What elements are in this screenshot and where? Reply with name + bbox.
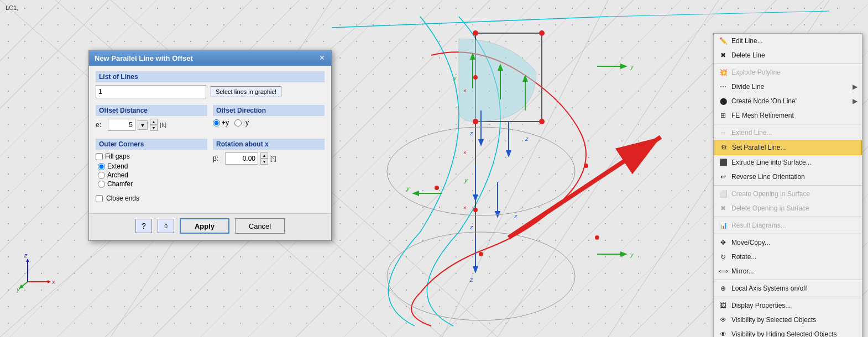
dialog-close-button[interactable]: × — [318, 54, 326, 62]
menu-item-fe-mesh[interactable]: ⊞FE Mesh Refinement — [714, 108, 862, 123]
svg-point-58 — [387, 232, 575, 320]
svg-text:z: z — [525, 135, 529, 142]
menu-item-mirror[interactable]: ⟺Mirror... — [714, 264, 862, 278]
offset-dropdown-icon[interactable]: ▼ — [138, 120, 148, 130]
separator-separator7 — [714, 297, 862, 297]
menu-item-create-node[interactable]: ⬤Create Node 'On Line'▶ — [714, 94, 862, 108]
separator-separator4 — [714, 217, 862, 217]
menu-label-set-parallel: Set Parallel Line... — [732, 144, 786, 151]
menu-item-delete-line[interactable]: ✖Delete Line — [714, 48, 862, 62]
menu-item-move-copy[interactable]: ✥Move/Copy... — [714, 235, 862, 250]
offset-spinner[interactable]: ▲ ▼ — [150, 119, 158, 131]
menu-label-fe-mesh: FE Mesh Refinement — [731, 112, 794, 119]
menu-label-delete-line: Delete Line — [731, 51, 765, 59]
menu-item-rotate[interactable]: ↻Rotate... — [714, 250, 862, 264]
dialog-footer: ? 0̄ Apply Cancel — [89, 213, 331, 240]
menu-item-edit-line[interactable]: ✏️Edit Line... — [714, 34, 862, 48]
extend-label: Extend — [107, 162, 128, 170]
separator-separator3 — [714, 185, 862, 186]
menu-label-delete-opening: Delete Opening in Surface — [731, 204, 809, 212]
select-lines-button[interactable]: Select lines in graphic! — [211, 86, 281, 97]
close-ends-label: Close ends — [106, 194, 139, 202]
reverse-icon: ↩ — [718, 172, 728, 182]
menu-item-local-axis[interactable]: ⊕Local Axis Systems on/off — [714, 281, 862, 296]
extend-icon: ↔ — [718, 128, 728, 138]
outer-corners-col: Outer Corners Fill gaps Extend Arched Ch… — [96, 139, 207, 189]
menu-label-visibility-hiding: Visibility by Hiding Selected Objects — [731, 330, 837, 337]
menu-label-explode-polyline: Explode Polyline — [731, 69, 781, 76]
svg-marker-49 — [412, 191, 419, 196]
context-menu: ✏️Edit Line...✖Delete Line💥Explode Polyl… — [713, 33, 862, 337]
corners-rotation-section: Outer Corners Fill gaps Extend Arched Ch… — [96, 139, 325, 189]
svg-point-35 — [435, 186, 439, 190]
rotation-value-input[interactable] — [225, 152, 258, 165]
menu-item-divide-line[interactable]: ⋯Divide Line▶ — [714, 80, 862, 94]
menu-label-mirror: Mirror... — [731, 267, 754, 275]
svg-text:z: z — [24, 252, 28, 259]
radio-plus-y[interactable]: +y — [213, 119, 229, 127]
svg-text:y: y — [453, 75, 457, 81]
list-of-lines-header: List of Lines — [96, 71, 325, 82]
svg-line-60 — [608, 11, 829, 17]
radio-plus-y-label: +y — [222, 119, 229, 127]
rotation-spinner[interactable]: ▲ ▼ — [260, 152, 268, 165]
offset-e-label: e: — [96, 121, 106, 129]
menu-item-visibility-selected[interactable]: 👁Visibility by Selected Objects — [714, 313, 862, 327]
rotation-spinner-up[interactable]: ▲ — [260, 152, 268, 159]
menu-label-move-copy: Move/Copy... — [731, 239, 770, 246]
parallel-icon: ⚙ — [719, 143, 729, 152]
menu-item-reverse-orient[interactable]: ↩Reverse Line Orientation — [714, 170, 862, 184]
svg-text:y: y — [630, 64, 634, 70]
move-icon: ✥ — [718, 238, 728, 248]
menu-item-create-opening: ⬜Create Opening in Surface — [714, 187, 862, 201]
arched-radio[interactable] — [98, 172, 105, 179]
menu-label-divide-line: Divide Line — [731, 83, 764, 91]
reset-button[interactable]: 0̄ — [158, 219, 174, 233]
menu-label-reverse-orient: Reverse Line Orientation — [731, 173, 805, 181]
apply-button[interactable]: Apply — [180, 218, 229, 234]
menu-label-local-axis: Local Axis Systems on/off — [731, 285, 807, 292]
axis-icon: ⊕ — [718, 283, 728, 293]
menu-label-rotate: Rotate... — [731, 253, 756, 261]
svg-text:z: z — [514, 213, 517, 219]
list-of-lines-input[interactable] — [96, 85, 206, 98]
rotation-spinner-down[interactable]: ▼ — [260, 159, 268, 165]
svg-marker-27 — [473, 266, 478, 273]
outer-corners-header: Outer Corners — [96, 139, 207, 150]
chamfer-row: Chamfer — [96, 180, 207, 188]
extend-radio[interactable] — [98, 163, 105, 170]
offset-distance-header: Offset Distance — [96, 105, 207, 116]
menu-item-extrude-line[interactable]: ⬛Extrude Line into Surface... — [714, 155, 862, 170]
offset-unit-label: [ft] — [160, 122, 166, 128]
fill-gaps-checkbox[interactable] — [96, 153, 103, 160]
menu-label-extend-line: Extend Line... — [731, 129, 772, 136]
help-button[interactable]: ? — [135, 219, 152, 233]
menu-item-visibility-hiding[interactable]: 👁Visibility by Hiding Selected Objects — [714, 327, 862, 337]
dialog-title: New Parallel Line with Offset — [95, 54, 193, 62]
menu-item-set-parallel[interactable]: ⚙Set Parallel Line... — [714, 140, 862, 155]
offset-value-input[interactable] — [108, 119, 135, 131]
del-opening-icon: ✖ — [718, 203, 728, 213]
edit-icon: ✏️ — [718, 36, 728, 46]
cancel-button[interactable]: Cancel — [235, 218, 285, 234]
dialog-parallel-line: New Parallel Line with Offset × List of … — [88, 50, 332, 241]
offset-distance-col: Offset Distance e: ▼ ▲ ▼ [ft] — [96, 105, 207, 133]
radio-minus-y-input[interactable] — [234, 119, 242, 127]
radio-minus-y[interactable]: -y — [234, 119, 249, 127]
chamfer-radio[interactable] — [98, 181, 105, 188]
dialog-titlebar: New Parallel Line with Offset × — [89, 50, 331, 66]
offset-spinner-up[interactable]: ▲ — [150, 119, 158, 125]
arched-row: Arched — [96, 171, 207, 179]
offset-spinner-down[interactable]: ▼ — [150, 125, 158, 131]
menu-item-display-props[interactable]: 🖼Display Properties... — [714, 298, 862, 313]
mesh-icon: ⊞ — [718, 110, 728, 120]
node-icon: ⬤ — [718, 96, 728, 106]
svg-point-32 — [473, 75, 478, 80]
menu-label-visibility-selected: Visibility by Selected Objects — [731, 316, 816, 324]
radio-plus-y-input[interactable] — [213, 119, 220, 127]
rotate-icon: ↻ — [718, 252, 728, 262]
menu-item-delete-opening: ✖Delete Opening in Surface — [714, 201, 862, 215]
menu-arrow-divide-line: ▶ — [853, 83, 857, 91]
close-ends-checkbox[interactable] — [96, 195, 103, 202]
svg-point-28 — [473, 30, 478, 36]
